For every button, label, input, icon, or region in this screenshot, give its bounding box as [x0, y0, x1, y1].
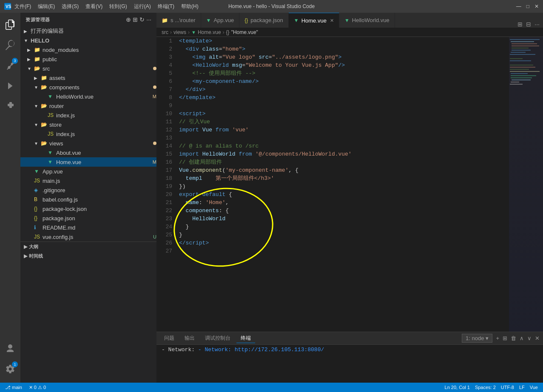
code-content[interactable]: <template> <div class="home"> <img alt="…	[176, 37, 509, 332]
tab-helloworld-vue[interactable]: ▼ HelloWorld.vue	[339, 13, 395, 28]
search-icon[interactable]	[0, 35, 20, 55]
about-vue-file[interactable]: ▶ ▼ About.vue	[20, 148, 156, 157]
chevron-down-icon[interactable]: ∨	[527, 335, 532, 341]
run-icon[interactable]	[0, 76, 20, 96]
breadcrumb-src[interactable]: src	[162, 29, 168, 35]
errors-count[interactable]: ✕ 0 ⚠ 0	[27, 385, 48, 390]
add-terminal-icon[interactable]: +	[496, 335, 499, 341]
menu-select[interactable]: 选择(S)	[62, 3, 79, 10]
breadcrumb-views[interactable]: views	[173, 29, 186, 35]
terminal-shell-selector[interactable]: 1: node ▾	[462, 334, 492, 343]
terminal-tab[interactable]: 终端	[236, 334, 255, 343]
status-right: Ln 20, Col 1 Spaces: 2 UTF-8 LF Vue	[443, 385, 540, 390]
store-index-file[interactable]: ▶ JS index.js	[20, 129, 156, 139]
accounts-icon[interactable]	[0, 338, 20, 359]
close-panel-icon[interactable]: ✕	[535, 335, 540, 341]
folder-icon: 📁	[34, 56, 41, 62]
gitignore-file[interactable]: ▶ ◈ .gitignore	[20, 185, 156, 195]
modified-dot	[153, 67, 156, 70]
tab-package-json[interactable]: {} package.json	[239, 13, 289, 28]
vue-config-file[interactable]: ▶ JS vue.config.js U	[20, 232, 156, 241]
minimize-button[interactable]: —	[516, 3, 521, 9]
views-folder[interactable]: ▼ 📂 views	[20, 139, 156, 148]
menu-view[interactable]: 查看(V)	[85, 3, 102, 10]
babel-config-file[interactable]: ▶ B babel.config.js	[20, 195, 156, 204]
src-folder[interactable]: ▼ 📂 src	[20, 64, 156, 73]
menu-help[interactable]: 帮助(H)	[181, 3, 199, 10]
debug-console-tab[interactable]: 调试控制台	[201, 334, 235, 343]
tab-app-vue[interactable]: ▼ App.vue	[201, 13, 240, 28]
error-icon: ✕	[29, 385, 33, 390]
store-folder[interactable]: ▼ 📂 store	[20, 120, 156, 129]
menu-terminal[interactable]: 终端(T)	[158, 3, 174, 10]
node-modules-folder[interactable]: ▶ 📁 node_modules	[20, 45, 156, 54]
problems-tab[interactable]: 问题	[160, 334, 179, 343]
menu-goto[interactable]: 转到(G)	[109, 3, 127, 10]
folder-icon: 📂	[41, 103, 48, 109]
output-tab[interactable]: 输出	[180, 334, 199, 343]
outline-label: 大纲	[29, 244, 38, 250]
readme-file[interactable]: ▶ ℹ README.md	[20, 223, 156, 232]
main-js-file[interactable]: ▶ JS main.js	[20, 176, 156, 185]
babel-file-icon: B	[34, 196, 41, 202]
breadcrumb-current[interactable]: "Home.vue"	[231, 29, 258, 35]
toggle-sidebar-icon[interactable]: ⊟	[526, 21, 531, 28]
new-folder-icon[interactable]: ⊞	[133, 16, 138, 23]
assets-folder[interactable]: ▶ 📁 assets	[20, 73, 156, 82]
source-control-icon[interactable]: 3	[0, 55, 20, 76]
activity-bar: 3 1	[0, 13, 20, 383]
menu-edit[interactable]: 编辑(E)	[38, 3, 55, 10]
modified-badge: M	[153, 94, 156, 99]
more-actions-icon[interactable]: ···	[146, 16, 151, 23]
new-file-icon[interactable]: ⊕	[126, 16, 131, 23]
terminal-tabs: 问题 输出 调试控制台 终端 1: node ▾ + ⊞ 🗑 ∧ ∨ ✕	[156, 332, 543, 345]
line-ending-status[interactable]: LF	[517, 385, 526, 390]
terminal-controls: 1: node ▾ + ⊞ 🗑 ∧ ∨ ✕	[462, 334, 540, 343]
untracked-badge: U	[153, 234, 156, 239]
explorer-icon[interactable]	[0, 14, 20, 35]
split-editor-icon[interactable]: ⊞	[517, 21, 523, 28]
tabs-bar: 📁 s ...\router ▼ App.vue {} package.json…	[156, 13, 543, 28]
spaces-status[interactable]: Spaces: 2	[473, 385, 498, 390]
app-vue-file[interactable]: ▶ ▼ App.vue	[20, 167, 156, 176]
js-file-icon: JS	[48, 131, 54, 137]
more-tabs-icon[interactable]: ···	[534, 21, 540, 28]
refresh-icon[interactable]: ↻	[139, 16, 145, 23]
timeline-section[interactable]: ▶ 时间线	[20, 251, 156, 261]
breadcrumb-obj[interactable]: {}	[226, 29, 230, 35]
folder-arrow: ▶	[27, 48, 34, 52]
outline-section[interactable]: ▶ 大纲	[20, 242, 156, 251]
trash-icon[interactable]: 🗑	[511, 335, 516, 341]
svg-rect-13	[510, 67, 535, 68]
project-root[interactable]: ▼ HELLO	[20, 36, 156, 45]
router-folder[interactable]: ▼ 📂 router	[20, 101, 156, 111]
git-branch[interactable]: ⎇ main	[3, 385, 24, 390]
router-index-file[interactable]: ▶ JS index.js	[20, 111, 156, 120]
home-vue-file[interactable]: ▶ ▼ Home.vue M	[20, 157, 156, 167]
line-col-status[interactable]: Ln 20, Col 1	[443, 385, 472, 390]
settings-icon[interactable]: 1	[0, 359, 20, 379]
tab-close-icon[interactable]: ✕	[330, 18, 334, 23]
close-button[interactable]: ✕	[534, 3, 539, 9]
chevron-up-icon[interactable]: ∧	[520, 335, 524, 341]
open-editors-section[interactable]: ▶ 打开的编辑器	[20, 26, 156, 36]
extensions-icon[interactable]	[0, 96, 20, 116]
terminal-link[interactable]: - Network: http://172.26.105.113:8080/	[198, 347, 324, 353]
vue-tab-icon: ▼	[344, 17, 350, 23]
menu-file[interactable]: 文件(F)	[14, 3, 31, 10]
language-status[interactable]: Vue	[528, 385, 540, 390]
encoding-status[interactable]: UTF-8	[499, 385, 516, 390]
breadcrumb-file[interactable]: Home.vue	[198, 29, 221, 35]
package-lock-file[interactable]: ▶ {} package-lock.json	[20, 204, 156, 213]
tab-home-vue[interactable]: ▼ Home.vue ✕	[289, 13, 339, 28]
helloworld-vue-file[interactable]: ▶ ▼ HelloWorld.vue M	[20, 92, 156, 101]
components-folder[interactable]: ▼ 📂 components	[20, 82, 156, 92]
maximize-button[interactable]: □	[526, 3, 529, 9]
package-json-file[interactable]: ▶ {} package.json	[20, 213, 156, 223]
public-folder[interactable]: ▶ 📁 public	[20, 54, 156, 64]
svg-rect-11	[510, 60, 531, 61]
tab-router[interactable]: 📁 s ...\router	[156, 13, 201, 28]
terminal-content[interactable]: - Network: - Network: http://172.26.105.…	[156, 345, 543, 383]
menu-run[interactable]: 运行(A)	[134, 3, 151, 10]
split-terminal-icon[interactable]: ⊞	[503, 335, 507, 341]
